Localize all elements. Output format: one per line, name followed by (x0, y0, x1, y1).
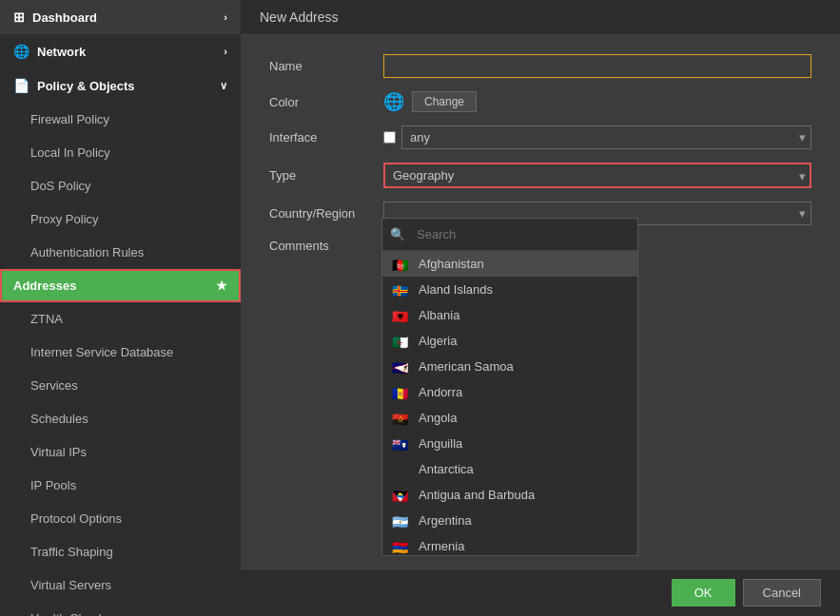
sidebar-item-dos-policy[interactable]: DoS Policy (0, 169, 241, 202)
sidebar-item-traffic-shaping[interactable]: Traffic Shaping (0, 535, 241, 568)
country-flag: 🇦🇬 (392, 489, 411, 502)
dos-policy-label: DoS Policy (30, 179, 91, 193)
network-label: Network (37, 45, 86, 59)
schedules-label: Schedules (30, 412, 88, 426)
firewall-policy-label: Firewall Policy (30, 112, 109, 126)
interface-control: any ▾ (383, 125, 811, 149)
local-in-policy-label: Local In Policy (30, 145, 110, 160)
traffic-shaping-label: Traffic Shaping (30, 545, 113, 559)
ip-pools-label: IP Pools (30, 478, 76, 492)
interface-select-wrapper: any ▾ (383, 125, 811, 149)
sidebar: ⊞ Dashboard › 🌐 Network › 📄 Policy & Obj… (0, 0, 241, 616)
sidebar-item-proxy-policy[interactable]: Proxy Policy (0, 202, 241, 236)
country-item[interactable]: Antarctica (382, 456, 637, 482)
country-flag (392, 463, 411, 476)
network-icon: 🌐 (13, 44, 29, 59)
dropdown-search-row: 🔍 (382, 219, 637, 251)
country-flag: 🇦🇲 (392, 540, 411, 553)
sidebar-item-services[interactable]: Services (0, 369, 241, 402)
country-flag: 🇦🇷 (392, 514, 411, 528)
interface-checkbox[interactable] (383, 131, 396, 144)
addresses-label: Addresses (13, 279, 76, 293)
country-item[interactable]: 🇦🇩Andorra (382, 379, 637, 405)
sidebar-item-schedules[interactable]: Schedules (0, 402, 241, 435)
interface-row: Interface any ▾ (269, 125, 811, 149)
sidebar-item-health-check[interactable]: Health Check (0, 602, 241, 616)
name-label: Name (269, 59, 383, 73)
country-name: Andorra (419, 385, 462, 399)
proxy-policy-label: Proxy Policy (30, 212, 99, 226)
auth-rules-label: Authentication Rules (30, 245, 144, 260)
country-name: Antigua and Barbuda (419, 488, 535, 502)
country-item[interactable]: 🇦🇬Antigua and Barbuda (382, 482, 637, 508)
country-flag: 🇦🇮 (392, 437, 411, 451)
sidebar-item-ztna[interactable]: ZTNA (0, 302, 241, 336)
search-icon: 🔍 (390, 227, 405, 241)
type-control: Geography ▾ (383, 163, 811, 188)
main-content: New Address Name Color 🌐 Change Interfac… (241, 0, 840, 616)
dashboard-arrow: › (224, 11, 227, 23)
cancel-button[interactable]: Cancel (743, 579, 821, 606)
sidebar-item-addresses[interactable]: Addresses ★ (0, 269, 241, 302)
type-select[interactable]: Geography (383, 163, 811, 188)
sidebar-item-network[interactable]: 🌐 Network › (0, 34, 241, 68)
sidebar-item-firewall-policy[interactable]: Firewall Policy (0, 103, 241, 136)
comments-label: Comments (269, 239, 383, 253)
change-color-button[interactable]: Change (412, 91, 477, 112)
ok-button[interactable]: OK (672, 579, 735, 606)
country-item[interactable]: 🇩🇿Algeria (382, 328, 637, 354)
country-name: Anguilla (419, 436, 462, 451)
virtual-ips-label: Virtual IPs (30, 445, 87, 459)
country-item[interactable]: 🇦🇸American Samoa (382, 354, 637, 379)
country-item[interactable]: 🇦🇱Albania (382, 302, 637, 328)
country-flag: 🇦🇽 (392, 283, 411, 297)
health-check-label: Health Check (30, 611, 105, 616)
country-item[interactable]: 🇦🇫Afghanistan (382, 251, 637, 277)
country-flag: 🇦🇴 (392, 412, 411, 425)
interface-select[interactable]: any (401, 125, 811, 149)
color-label: Color (269, 95, 383, 109)
country-name: Angola (419, 411, 457, 425)
interface-label: Interface (269, 130, 383, 144)
country-dropdown: 🔍 🇦🇫Afghanistan🇦🇽Aland Islands🇦🇱Albania🇩… (381, 218, 638, 556)
country-label: Country/Region (269, 206, 383, 221)
protocol-options-label: Protocol Options (30, 511, 122, 526)
color-control: 🌐 Change (383, 91, 811, 112)
country-item[interactable]: 🇦🇷Argentina (382, 508, 637, 533)
country-flag: 🇦🇩 (392, 386, 411, 399)
country-item[interactable]: 🇦🇽Aland Islands (382, 277, 637, 302)
country-item[interactable]: 🇦🇴Angola (382, 405, 637, 431)
country-search-input[interactable] (409, 223, 630, 245)
dialog-title: New Address (241, 0, 840, 35)
country-name: Algeria (419, 334, 457, 348)
country-name: Aland Islands (419, 282, 493, 297)
sidebar-item-protocol-options[interactable]: Protocol Options (0, 502, 241, 535)
sidebar-item-ip-pools[interactable]: IP Pools (0, 469, 241, 502)
sidebar-item-internet-service-db[interactable]: Internet Service Database (0, 336, 241, 369)
dialog-body: Name Color 🌐 Change Interface any (241, 35, 840, 568)
sidebar-item-virtual-servers[interactable]: Virtual Servers (0, 568, 241, 602)
sidebar-item-virtual-ips[interactable]: Virtual IPs (0, 435, 241, 469)
country-item[interactable]: 🇦🇲Armenia (382, 533, 637, 555)
color-row: Color 🌐 Change (269, 91, 811, 112)
country-item[interactable]: 🇦🇮Anguilla (382, 431, 637, 456)
ztna-label: ZTNA (30, 312, 63, 326)
name-input[interactable] (383, 54, 811, 78)
virtual-servers-label: Virtual Servers (30, 578, 111, 592)
country-flag: 🇦🇫 (392, 258, 411, 271)
type-label: Type (269, 168, 383, 183)
sidebar-item-policy-objects[interactable]: 📄 Policy & Objects ∨ (0, 68, 241, 103)
globe-icon: 🌐 (383, 91, 404, 112)
sidebar-item-auth-rules[interactable]: Authentication Rules (0, 236, 241, 269)
sidebar-item-dashboard[interactable]: ⊞ Dashboard › (0, 0, 241, 34)
name-row: Name (269, 54, 811, 78)
type-row: Type Geography ▾ (269, 163, 811, 188)
name-control (383, 54, 811, 78)
country-name: American Samoa (419, 359, 514, 374)
country-flag: 🇩🇿 (392, 335, 411, 348)
country-list: 🇦🇫Afghanistan🇦🇽Aland Islands🇦🇱Albania🇩🇿A… (382, 251, 637, 555)
country-name: Argentina (419, 513, 472, 528)
sidebar-item-local-in-policy[interactable]: Local In Policy (0, 136, 241, 169)
internet-service-label: Internet Service Database (30, 345, 173, 359)
type-select-wrapper: Geography ▾ (383, 163, 811, 188)
